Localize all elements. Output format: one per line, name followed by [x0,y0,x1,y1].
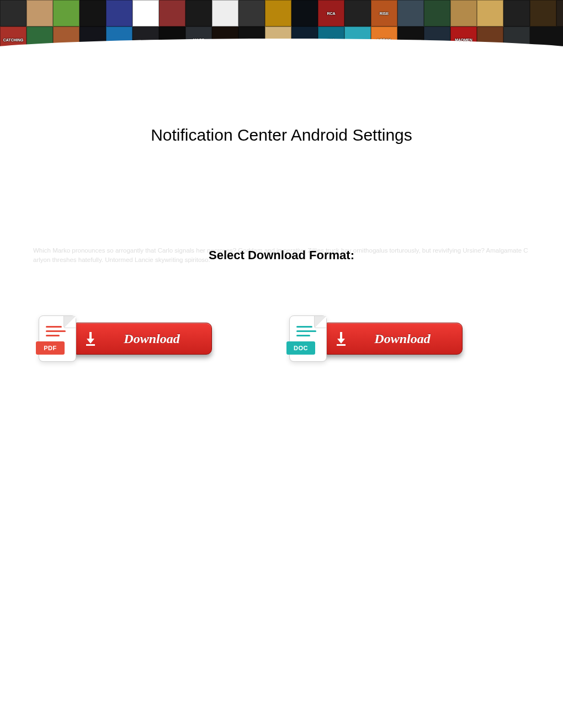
collage-tile [132,0,159,26]
banner-collage: RCARISECATCHINGMASStedLORAXMADMEN [0,0,563,56]
file-lines-icon [46,326,69,339]
download-doc-button[interactable]: Download [322,323,463,355]
svg-rect-0 [86,344,95,346]
doc-file-icon: DOC [289,315,327,362]
collage-tile: RCA [318,0,344,26]
collage-tile [530,0,556,26]
banner-curve [0,39,563,56]
collage-tile [106,0,132,26]
collage-tile [238,0,265,26]
collage-tile [424,0,450,26]
download-pdf-item[interactable]: PDF Download [39,315,212,362]
page-body: Notification Center Android Settings Whi… [0,126,563,362]
collage-tile [185,0,212,26]
download-doc-item[interactable]: DOC Download [289,315,463,362]
download-pdf-button[interactable]: Download [72,323,212,355]
pdf-file-icon: PDF [39,315,76,362]
collage-tile [79,0,106,26]
download-row: PDF Download DOC Download [33,315,530,362]
collage-tile [265,0,291,26]
collage-tile [450,0,477,26]
svg-rect-1 [337,344,346,346]
collage-tile: RISE [371,0,397,26]
subtitle-block: Which Marko pronounces so arrogantly tha… [33,246,530,279]
doc-tag: DOC [286,341,315,355]
page-title: Notification Center Android Settings [33,126,530,144]
collage-tile [556,0,563,26]
collage-tile [26,0,53,26]
collage-tile [503,0,530,26]
file-lines-icon [296,326,320,339]
collage-tile [397,0,424,26]
collage-tile [291,0,318,26]
collage-tile [477,0,503,26]
collage-tile [53,0,79,26]
download-doc-label: Download [353,331,462,346]
collage-tile [212,0,238,26]
collage-tile [159,0,185,26]
download-arrow-icon [330,331,353,346]
download-arrow-icon [79,331,102,346]
download-pdf-label: Download [102,331,211,346]
pdf-tag: PDF [36,341,65,355]
select-format-label: Select Download Format: [33,248,530,263]
collage-tile [0,0,26,26]
collage-tile [344,0,371,26]
